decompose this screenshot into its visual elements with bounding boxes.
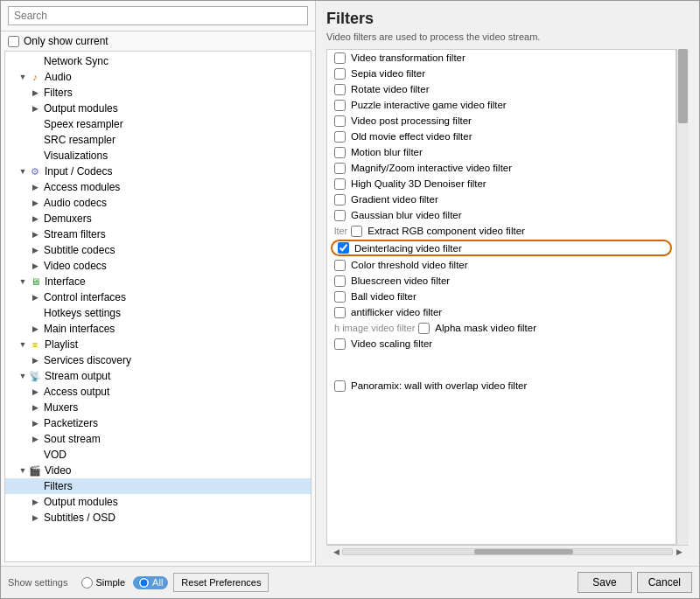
only-show-current-checkbox[interactable]: [8, 36, 19, 47]
filter-checkbox-hq-3d-denoiser[interactable]: [334, 178, 346, 190]
tree-arrow-control-interfaces[interactable]: [30, 292, 40, 303]
tree-arrow-access-output[interactable]: [30, 387, 40, 397]
tree-item-vod[interactable]: VOD: [5, 447, 311, 463]
show-settings-label: Show settings: [8, 577, 67, 588]
tree-arrow-muxers[interactable]: [30, 402, 40, 413]
tree-arrow-interface[interactable]: [18, 276, 28, 287]
filter-row-puzzle: Puzzle interactive game video filter: [327, 97, 676, 113]
tree-label-services-discovery: Services discovery: [44, 354, 131, 366]
filter-checkbox-sepia[interactable]: [334, 68, 346, 80]
tree-arrow-output-modules[interactable]: [30, 497, 40, 507]
tree-arrow-speex: [30, 119, 40, 129]
cancel-button[interactable]: Cancel: [637, 572, 692, 593]
right-scrollbar[interactable]: [676, 49, 689, 545]
filter-checkbox-antiflicker[interactable]: [334, 307, 346, 318]
tree-arrow-services-discovery[interactable]: [30, 355, 40, 366]
tree-arrow-audio-filters[interactable]: [30, 87, 40, 98]
only-show-current-label: Only show current: [24, 35, 108, 47]
tree-item-video-filters[interactable]: Filters: [5, 478, 311, 494]
tree-item-video[interactable]: 🎬Video: [5, 463, 311, 478]
filter-checkbox-ball[interactable]: [334, 291, 346, 303]
filter-checkbox-puzzle[interactable]: [334, 100, 346, 111]
simple-radio-input[interactable]: [81, 577, 93, 589]
h-scroll-track[interactable]: [342, 548, 673, 555]
tree-item-playlist[interactable]: ≡Playlist: [5, 337, 311, 352]
tree-arrow-packetizers[interactable]: [30, 418, 40, 428]
tree-item-audio[interactable]: ♪Audio: [5, 69, 311, 85]
filter-checkbox-color-threshold[interactable]: [334, 260, 346, 271]
tree-arrow-audio-codecs[interactable]: [30, 198, 40, 208]
tree-arrow-stream-output[interactable]: [18, 371, 28, 381]
filter-checkbox-motion-blur[interactable]: [334, 147, 346, 158]
tree-arrow-playlist[interactable]: [18, 339, 28, 350]
tree-item-control-interfaces[interactable]: Control interfaces: [5, 289, 311, 305]
tree-arrow-access-modules[interactable]: [30, 182, 40, 192]
filter-row-alpha-mask: h image video filterAlpha mask video fil…: [327, 320, 676, 336]
tree-item-services-discovery[interactable]: Services discovery: [5, 352, 311, 368]
filter-checkbox-deinterlacing[interactable]: [338, 242, 349, 254]
filter-checkbox-extract-rgb[interactable]: [351, 226, 362, 237]
all-radio-input[interactable]: [138, 577, 150, 589]
tree-arrow-src: [30, 135, 40, 145]
tree-item-access-output[interactable]: Access output: [5, 384, 311, 400]
filter-checkbox-video-scaling[interactable]: [334, 338, 346, 350]
tree-arrow-sout-stream[interactable]: [30, 434, 40, 444]
tree-arrow-demuxers[interactable]: [30, 213, 40, 224]
filter-checkbox-gaussian-blur[interactable]: [334, 210, 346, 221]
tree-arrow-subtitle-codecs[interactable]: [30, 245, 40, 255]
tree-arrow-video[interactable]: [18, 465, 28, 476]
tree-item-audio-codecs[interactable]: Audio codecs: [5, 195, 311, 211]
tree-item-stream-filters[interactable]: Stream filters: [5, 226, 311, 242]
reset-preferences-button[interactable]: Reset Preferences: [173, 573, 269, 592]
horizontal-scrollbar[interactable]: ◀ ▶: [326, 545, 689, 557]
filter-checkbox-magnify-zoom[interactable]: [334, 163, 346, 174]
tree-item-src[interactable]: SRC resampler: [5, 132, 311, 148]
save-button[interactable]: Save: [578, 572, 631, 593]
tree-item-input-codecs[interactable]: ⚙Input / Codecs: [5, 164, 311, 179]
tree-item-subtitles-osd[interactable]: Subtitles / OSD: [5, 510, 311, 526]
tree-item-subtitle-codecs[interactable]: Subtitle codecs: [5, 242, 311, 258]
tree-item-demuxers[interactable]: Demuxers: [5, 211, 311, 226]
tree-arrow-network-sync: [30, 56, 40, 66]
tree-arrow-subtitles-osd[interactable]: [30, 512, 40, 523]
filter-checkbox-panoramix[interactable]: [334, 380, 346, 392]
audio-icon: ♪: [28, 71, 42, 83]
tree-arrow-input-codecs[interactable]: [18, 166, 28, 177]
tree-label-video-codecs: Video codecs: [44, 260, 107, 272]
tree-item-speex[interactable]: Speex resampler: [5, 116, 311, 132]
filters-subtitle: Video filters are used to process the vi…: [326, 31, 689, 42]
tree-item-output-modules[interactable]: Output modules: [5, 494, 311, 510]
tree-item-video-codecs[interactable]: Video codecs: [5, 258, 311, 274]
tree-item-interface[interactable]: 🖥Interface: [5, 274, 311, 289]
tree-item-audio-output[interactable]: Output modules: [5, 101, 311, 116]
tree-item-network-sync[interactable]: Network Sync: [5, 53, 311, 69]
filter-checkbox-gradient[interactable]: [334, 194, 346, 205]
tree-item-packetizers[interactable]: Packetizers: [5, 415, 311, 431]
tree-arrow-stream-filters[interactable]: [30, 229, 40, 240]
tree-item-hotkeys[interactable]: Hotkeys settings: [5, 305, 311, 321]
filter-checkbox-bluescreen[interactable]: [334, 275, 346, 287]
simple-radio[interactable]: Simple: [76, 576, 130, 589]
filter-row-deinterlacing: Deinterlacing video filter: [331, 240, 672, 256]
tree-item-main-interfaces[interactable]: Main interfaces: [5, 321, 311, 337]
tree-arrow-audio[interactable]: [18, 72, 28, 82]
tree-item-audio-filters[interactable]: Filters: [5, 85, 311, 101]
filter-checkbox-old-movie[interactable]: [334, 131, 346, 143]
filter-checkbox-video-transform[interactable]: [334, 52, 346, 64]
filter-checkbox-alpha-mask[interactable]: [418, 323, 430, 334]
tree-item-visualizations[interactable]: Visualizations: [5, 148, 311, 164]
tree-label-access-modules: Access modules: [44, 181, 120, 193]
tree-arrow-main-interfaces[interactable]: [30, 324, 40, 334]
tree-arrow-audio-output[interactable]: [30, 103, 40, 114]
search-input[interactable]: [8, 6, 308, 25]
filter-checkbox-video-post[interactable]: [334, 115, 346, 127]
tree-item-sout-stream[interactable]: Sout stream: [5, 431, 311, 447]
tree-item-muxers[interactable]: Muxers: [5, 400, 311, 415]
filter-checkbox-rotate[interactable]: [334, 84, 346, 95]
filter-row-ball: Ball video filter: [327, 289, 676, 304]
tree-arrow-video-codecs[interactable]: [30, 261, 40, 271]
tree-item-access-modules[interactable]: Access modules: [5, 179, 311, 195]
left-panel: Only show current Network Sync♪AudioFilt…: [1, 1, 316, 566]
tree-item-stream-output[interactable]: 📡Stream output: [5, 368, 311, 384]
all-radio[interactable]: All: [133, 576, 168, 589]
